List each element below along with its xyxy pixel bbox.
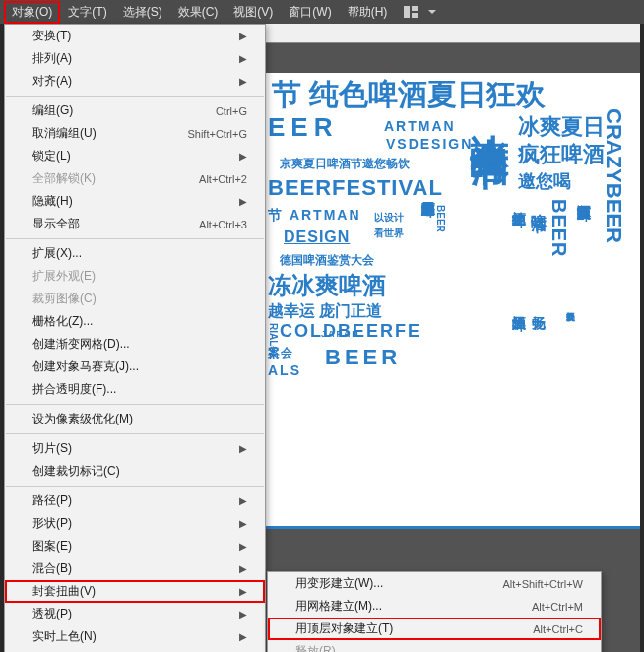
- submenu-item-label: 用网格建立(M)...: [295, 598, 382, 615]
- dropdown-icon[interactable]: [424, 4, 440, 20]
- art-line: VSDESIGN: [386, 136, 473, 152]
- submenu-item[interactable]: 用网格建立(M)...Alt+Ctrl+M: [268, 595, 601, 618]
- submenu-arrow-icon: ▶: [239, 563, 247, 574]
- menu-item-label: 创建渐变网格(D)...: [32, 336, 130, 353]
- menu-help[interactable]: 帮助(H): [340, 1, 396, 24]
- art-line: BEER: [325, 345, 401, 370]
- menu-item[interactable]: 扩展(X)...: [5, 242, 265, 265]
- menu-item[interactable]: 取消编组(U)Shift+Ctrl+G: [5, 122, 265, 145]
- menu-item-label: 栅格化(Z)...: [32, 313, 93, 330]
- object-menu-dropdown: 变换(T)▶排列(A)▶对齐(A)▶编组(G)Ctrl+G取消编组(U)Shif…: [4, 24, 266, 652]
- menu-item: 全部解锁(K)Alt+Ctrl+2: [5, 167, 265, 190]
- menu-item-label: 实时上色(N): [32, 628, 97, 645]
- selection-indicator: [266, 526, 640, 529]
- art-line: 节 ARTMAN: [268, 207, 361, 225]
- submenu-arrow-icon: ▶: [239, 518, 247, 529]
- menu-item[interactable]: 显示全部Alt+Ctrl+3: [5, 213, 265, 235]
- menu-item-label: 裁剪图像(C): [32, 291, 97, 307]
- menubar-tools: [403, 4, 440, 20]
- submenu-arrow-icon: ▶: [239, 53, 247, 64]
- menu-shortcut: Alt+Ctrl+3: [199, 219, 247, 230]
- menu-item[interactable]: 封套扭曲(V)▶: [5, 580, 265, 603]
- menu-window[interactable]: 窗口(W): [281, 1, 339, 24]
- submenu-item[interactable]: 用顶层对象建立(T)Alt+Ctrl+C: [268, 618, 601, 640]
- svg-rect-1: [412, 6, 418, 11]
- art-line: 啤酒节: [528, 201, 548, 207]
- menu-item[interactable]: 拼合透明度(F)...: [5, 378, 265, 401]
- art-line: BEER: [435, 205, 446, 232]
- art-line: 冰爽夏日: [518, 112, 605, 142]
- menu-item-label: 图案(E): [32, 538, 72, 554]
- submenu-item: 释放(R): [268, 640, 601, 652]
- menu-item[interactable]: 对齐(A)▶: [5, 70, 265, 93]
- menu-item[interactable]: 设为像素级优化(M): [5, 408, 265, 430]
- canvas-area: 节 纯色啤酒夏日狂欢 EER ARTMAN VSDESIGN 冰爽夏日 疯狂啤酒…: [266, 24, 640, 652]
- menu-item[interactable]: 排列(A)▶: [5, 47, 265, 70]
- menu-item-label: 拼合透明度(F)...: [32, 381, 116, 398]
- menu-item[interactable]: 创建对象马赛克(J)...: [5, 356, 265, 378]
- menu-item-label: 编组(G): [32, 102, 73, 119]
- submenu-item-label: 用顶层对象建立(T): [295, 620, 393, 637]
- menu-item[interactable]: 隐藏(H)▶: [5, 190, 265, 213]
- menu-item-label: 扩展外观(E): [32, 268, 96, 285]
- menu-select[interactable]: 选择(S): [115, 1, 170, 24]
- menu-item-label: 扩展(X)...: [32, 245, 82, 262]
- submenu-item[interactable]: 用变形建立(W)...Alt+Shift+Ctrl+W: [268, 572, 601, 595]
- menu-separator: [6, 96, 264, 97]
- menu-item-label: 创建对象马赛克(J)...: [32, 359, 139, 375]
- menu-item[interactable]: 形状(P)▶: [5, 512, 265, 535]
- art-line: 看世界: [374, 227, 404, 240]
- menu-item: 扩展外观(E): [5, 265, 265, 288]
- submenu-arrow-icon: ▶: [239, 495, 247, 506]
- envelope-distort-submenu: 用变形建立(W)...Alt+Shift+Ctrl+W用网格建立(M)...Al…: [267, 571, 602, 652]
- menu-type[interactable]: 文字(T): [60, 1, 114, 24]
- menu-item[interactable]: 创建渐变网格(D)...: [5, 333, 265, 356]
- layout-icon[interactable]: [403, 4, 419, 20]
- menu-item[interactable]: 路径(P)▶: [5, 489, 265, 512]
- menu-shortcut: Shift+Ctrl+G: [187, 128, 247, 140]
- submenu-arrow-icon: ▶: [239, 31, 247, 41]
- submenu-arrow-icon: ▶: [239, 151, 247, 162]
- menu-item-label: 取消编组(U): [32, 125, 97, 142]
- art-line: 德国啤酒鉴赏大会: [280, 252, 374, 269]
- menu-item[interactable]: 栅格化(Z)...: [5, 310, 265, 333]
- ruler-horizontal: [266, 24, 640, 43]
- menu-item-label: 创建裁切标记(C): [32, 463, 120, 480]
- menu-item-label: 设为像素级优化(M): [32, 411, 133, 427]
- artboard[interactable]: 节 纯色啤酒夏日狂欢 EER ARTMAN VSDESIGN 冰爽夏日 疯狂啤酒…: [266, 73, 640, 526]
- svg-rect-0: [404, 6, 410, 18]
- menu-item[interactable]: 图案(E)▶: [5, 535, 265, 557]
- menu-view[interactable]: 视图(V): [225, 1, 281, 24]
- menu-object[interactable]: 对象(O): [4, 1, 60, 24]
- art-line: 京爽夏日啤酒节邀您畅饮: [280, 156, 410, 172]
- menu-item[interactable]: 切片(S)▶: [5, 437, 265, 460]
- menu-item-label: 对齐(A): [32, 73, 72, 90]
- menu-item: 裁剪图像(C): [5, 288, 265, 310]
- menu-item-label: 全部解锁(K): [32, 170, 96, 187]
- menu-item[interactable]: 图像描摹▶: [5, 648, 265, 652]
- menu-item-label: 封套扭曲(V): [32, 583, 96, 600]
- art-line: BEER: [547, 199, 570, 258]
- art-line: ALS: [268, 362, 301, 378]
- menu-item[interactable]: 实时上色(N)▶: [5, 625, 265, 648]
- menu-item[interactable]: 变换(T)▶: [5, 25, 265, 47]
- menu-effect[interactable]: 效果(C): [170, 1, 226, 24]
- art-line: 冻冰爽啤酒: [268, 270, 386, 301]
- art-line: 冰爽啤酒节: [463, 102, 517, 122]
- submenu-arrow-icon: ▶: [239, 76, 247, 87]
- menu-item[interactable]: 编组(G)Ctrl+G: [5, 99, 265, 122]
- art-line: BEERFESTIVAL: [268, 175, 443, 201]
- menu-item[interactable]: 创建裁切标记(C): [5, 460, 265, 483]
- menu-item[interactable]: 透视(P)▶: [5, 603, 265, 625]
- submenu-arrow-icon: ▶: [239, 609, 247, 619]
- submenu-item-label: 用变形建立(W)...: [295, 575, 383, 592]
- submenu-shortcut: Alt+Ctrl+M: [532, 601, 583, 613]
- submenu-arrow-icon: ▶: [239, 196, 247, 207]
- menu-item[interactable]: 锁定(L)▶: [5, 145, 265, 167]
- submenu-shortcut: Alt+Ctrl+C: [533, 623, 583, 635]
- menu-item[interactable]: 混合(B)▶: [5, 557, 265, 580]
- art-line: 案会: [268, 345, 293, 361]
- menu-item-label: 显示全部: [32, 216, 80, 232]
- menu-item-label: 混合(B): [32, 560, 72, 577]
- menubar: 对象(O) 文字(T) 选择(S) 效果(C) 视图(V) 窗口(W) 帮助(H…: [0, 0, 644, 24]
